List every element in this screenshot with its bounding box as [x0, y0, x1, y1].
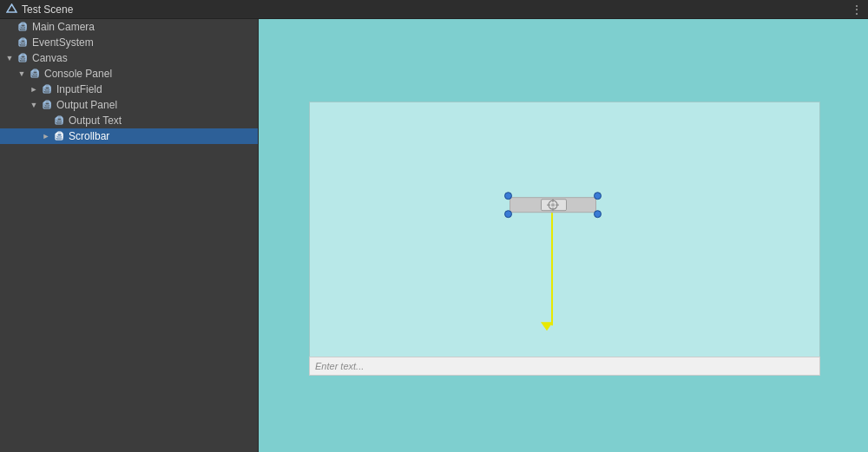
scrollbar-track	[510, 197, 596, 213]
hierarchy-item-console-panel[interactable]: Console Panel	[0, 66, 258, 82]
main-layout: Main Camera EventSystem Canvas Console P…	[0, 19, 868, 452]
hierarchy-item-main-camera[interactable]: Main Camera	[0, 19, 258, 35]
hierarchy-item-canvas[interactable]: Canvas	[0, 50, 258, 66]
item-icon-input-field	[40, 82, 54, 96]
scrollbar-widget	[510, 197, 596, 213]
handle-dot-left-top[interactable]	[504, 192, 512, 200]
handle-dot-left-bottom[interactable]	[504, 210, 512, 218]
title-bar: Test Scene ⋮	[0, 0, 868, 19]
item-icon-output-panel	[40, 98, 54, 112]
arrow-console-panel[interactable]	[16, 68, 28, 80]
item-label-output-panel: Output Panel	[56, 99, 117, 111]
item-label-canvas: Canvas	[32, 52, 68, 64]
item-icon-output-text	[52, 114, 66, 128]
item-icon-scrollbar	[52, 129, 66, 143]
item-label-console-panel: Console Panel	[44, 68, 112, 80]
arrow-scrollbar[interactable]	[40, 130, 52, 142]
item-label-main-camera: Main Camera	[32, 21, 95, 33]
item-label-event-system: EventSystem	[32, 36, 94, 49]
svg-rect-15	[44, 86, 50, 91]
item-label-output-text: Output Text	[69, 115, 122, 127]
item-icon-main-camera	[16, 20, 30, 34]
title-bar-menu-button[interactable]: ⋮	[851, 3, 863, 16]
enter-text-placeholder: Enter text...	[315, 361, 364, 371]
hierarchy-item-output-panel[interactable]: Output Panel	[0, 97, 258, 113]
hierarchy-item-event-system[interactable]: EventSystem	[0, 35, 258, 50]
scene-view[interactable]: Enter text...	[259, 19, 868, 452]
arrow-output-panel[interactable]	[28, 99, 40, 111]
yellow-arrow	[541, 322, 553, 331]
item-label-scrollbar: Scrollbar	[69, 130, 109, 142]
svg-rect-6	[20, 39, 26, 44]
scene-canvas	[309, 102, 820, 370]
hierarchy-item-output-text[interactable]: Output Text	[0, 113, 258, 128]
svg-rect-12	[32, 70, 38, 75]
svg-marker-0	[7, 4, 16, 12]
svg-rect-24	[56, 133, 62, 138]
arrow-canvas[interactable]	[3, 52, 16, 64]
svg-rect-18	[44, 102, 50, 107]
title-bar-title: Test Scene	[22, 3, 851, 16]
arrow-input-field[interactable]	[28, 83, 40, 95]
handle-dot-right-bottom[interactable]	[594, 210, 602, 218]
svg-rect-9	[20, 55, 26, 60]
item-icon-event-system	[16, 36, 30, 49]
item-label-input-field: InputField	[56, 83, 102, 95]
hierarchy-panel: Main Camera EventSystem Canvas Console P…	[0, 19, 259, 452]
svg-point-26	[551, 203, 555, 206]
item-icon-canvas	[16, 51, 30, 65]
svg-rect-3	[20, 23, 26, 29]
hierarchy-item-scrollbar[interactable]: Scrollbar	[0, 128, 258, 144]
handle-dot-right-top[interactable]	[594, 192, 602, 200]
pivot-icon	[545, 197, 561, 213]
hierarchy-item-input-field[interactable]: InputField	[0, 82, 258, 97]
svg-rect-21	[56, 117, 62, 122]
enter-text-bar[interactable]: Enter text...	[309, 357, 820, 376]
scene-icon	[5, 3, 17, 16]
yellow-line	[551, 213, 553, 325]
item-icon-console-panel	[28, 67, 42, 81]
